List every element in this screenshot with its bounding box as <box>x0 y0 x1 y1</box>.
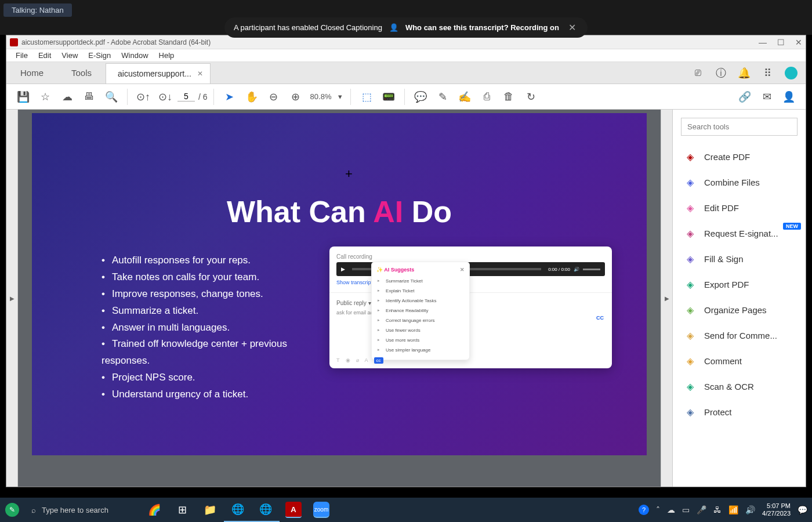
tray-help-icon[interactable]: ? <box>639 505 649 515</box>
apps-icon[interactable]: ⠿ <box>762 67 773 79</box>
page-current-input[interactable] <box>177 92 195 102</box>
tool-item-organize-pages[interactable]: ◈Organize Pages <box>673 297 806 322</box>
tab-home[interactable]: Home <box>6 62 57 84</box>
left-rail-toggle[interactable]: ▶ <box>6 110 18 487</box>
slide-page: + What Can AI Do Autofill responses for … <box>32 113 647 455</box>
chevron-right-icon: ▶ <box>665 295 669 302</box>
tab-document-label: aicustomersupport... <box>118 69 191 78</box>
tray-date: 4/27/2023 <box>762 510 791 517</box>
tab-close-icon[interactable]: ✕ <box>197 70 203 78</box>
taskbar-acrobat-icon[interactable]: A <box>285 502 302 518</box>
pen-icon: ✎ <box>5 503 19 517</box>
tab-tools[interactable]: Tools <box>57 62 106 84</box>
comment-bubble-icon[interactable]: 💬 <box>411 87 430 107</box>
mock-footer-icons: T◉⌀Acc <box>336 357 383 364</box>
tool-item-create-pdf[interactable]: ◈Create PDF <box>673 144 806 169</box>
page-down-icon[interactable]: ⊙↓ <box>155 87 175 107</box>
rotate-icon[interactable]: ↻ <box>521 87 541 107</box>
hand-tool-icon[interactable]: ✋ <box>242 87 262 107</box>
share-screen-icon[interactable]: ⎚ <box>692 67 704 79</box>
taskbar-cortana-icon[interactable]: 🌈 <box>140 498 168 522</box>
tab-document[interactable]: aicustomersupport... ✕ <box>106 63 211 84</box>
tool-item-edit-pdf[interactable]: ◈Edit PDF <box>673 195 806 220</box>
tool-icon: ◈ <box>684 380 696 392</box>
tool-item-request-e-signat-[interactable]: ◈Request E-signat...NEW <box>673 220 806 246</box>
taskbar: ✎ ⌕ Type here to search 🌈 ⊞ 📁 🌐 🌐 A zoom… <box>0 498 812 522</box>
tray-chevron-up-icon[interactable]: ˄ <box>656 505 660 514</box>
acrobat-window: aicustomersupportdeck.pdf - Adobe Acroba… <box>6 35 806 487</box>
maximize-button[interactable]: ☐ <box>777 38 785 47</box>
print-icon[interactable]: 🖶 <box>79 87 99 107</box>
tray-notifications-icon[interactable]: 💬 <box>798 505 807 514</box>
tray-battery-icon[interactable]: ▭ <box>682 505 690 514</box>
document-canvas[interactable]: + What Can AI Do Autofill responses for … <box>18 110 661 487</box>
tray-onedrive-icon[interactable]: ☁ <box>667 505 675 514</box>
taskbar-taskview-icon[interactable]: ⊞ <box>168 498 196 522</box>
search-tools-input[interactable] <box>681 118 798 136</box>
tray-clock[interactable]: 5:07 PM 4/27/2023 <box>762 502 791 517</box>
tool-item-comment[interactable]: ◈Comment <box>673 348 806 374</box>
zoom-top-bar: Talking: Nathan A participant has enable… <box>0 0 812 35</box>
zoom-out-icon[interactable]: ⊖ <box>264 87 284 107</box>
tool-item-fill-sign[interactable]: ◈Fill & Sign <box>673 246 806 271</box>
avatar[interactable] <box>785 67 798 79</box>
sign-icon[interactable]: ✍ <box>455 87 474 107</box>
cc-transcript-link[interactable]: Who can see this transcript? Recording o… <box>405 23 559 32</box>
zoom-in-icon[interactable]: ⊕ <box>286 87 306 107</box>
close-button[interactable]: ✕ <box>795 38 802 47</box>
save-icon[interactable]: 💾 <box>13 87 33 107</box>
read-mode-icon[interactable]: 📟 <box>379 87 398 107</box>
menu-help[interactable]: Help <box>159 51 175 60</box>
menu-file[interactable]: File <box>16 51 28 60</box>
link-icon[interactable]: 🔗 <box>735 87 755 107</box>
workarea: ▶ + What Can AI Do Autofill responses fo… <box>6 110 806 487</box>
tool-icon: ◈ <box>684 202 696 213</box>
page-up-icon[interactable]: ⊙↑ <box>133 87 153 107</box>
start-button[interactable]: ✎ <box>0 498 24 522</box>
taskbar-zoom-icon[interactable]: zoom <box>313 502 329 518</box>
search-icon[interactable]: 🔍 <box>102 87 121 107</box>
taskbar-chrome2-icon[interactable]: 🌐 <box>252 498 280 522</box>
tool-label: Send for Comme... <box>704 331 777 340</box>
tool-icon: ◈ <box>684 253 696 264</box>
selection-tool-icon[interactable]: ➤ <box>220 87 240 107</box>
zoom-dropdown-icon[interactable]: ▾ <box>338 92 342 101</box>
suggest-header: AI Suggests <box>384 267 414 273</box>
menu-esign[interactable]: E-Sign <box>88 51 111 60</box>
profile-icon[interactable]: 👤 <box>779 87 799 107</box>
stamp-icon[interactable]: ⎙ <box>477 87 496 107</box>
menu-window[interactable]: Window <box>121 51 148 60</box>
taskbar-explorer-icon[interactable]: 📁 <box>196 498 224 522</box>
tray-wifi-icon[interactable]: 📶 <box>728 505 738 514</box>
tool-item-export-pdf[interactable]: ◈Export PDF <box>673 271 806 297</box>
email-icon[interactable]: ✉ <box>757 87 777 107</box>
trash-icon[interactable]: 🗑 <box>499 87 519 107</box>
tray-network-icon[interactable]: 🖧 <box>713 505 722 514</box>
tool-item-send-for-comme-[interactable]: ◈Send for Comme... <box>673 322 806 348</box>
fit-width-icon[interactable]: ⬚ <box>357 87 376 107</box>
cc-close-button[interactable]: ✕ <box>566 22 578 33</box>
bell-icon[interactable]: 🔔 <box>738 67 750 79</box>
bullet-list: Autofill responses for your reps. Take n… <box>102 252 318 403</box>
star-icon[interactable]: ☆ <box>35 87 55 107</box>
search-icon: ⌕ <box>31 506 36 514</box>
highlight-icon[interactable]: ✎ <box>433 87 452 107</box>
new-badge: NEW <box>783 223 801 230</box>
tray-mic-icon[interactable]: 🎤 <box>697 505 706 514</box>
tray-volume-icon[interactable]: 🔊 <box>745 505 755 514</box>
zoom-value[interactable]: 80.8% <box>310 92 332 101</box>
mock-call-label: Call recording <box>336 253 605 260</box>
tool-item-scan-ocr[interactable]: ◈Scan & OCR <box>673 374 806 399</box>
tool-icon: ◈ <box>684 176 696 188</box>
help-icon[interactable]: ⓘ <box>715 67 727 79</box>
right-rail-toggle[interactable]: ▶ <box>661 110 672 487</box>
minimize-button[interactable]: — <box>759 38 767 47</box>
taskbar-chrome-icon[interactable]: 🌐 <box>224 498 252 522</box>
tool-item-combine-files[interactable]: ◈Combine Files <box>673 169 806 195</box>
menu-view[interactable]: View <box>61 51 78 60</box>
tool-item-protect[interactable]: ◈Protect <box>673 399 806 425</box>
taskbar-search[interactable]: ⌕ Type here to search <box>24 498 140 522</box>
menu-edit[interactable]: Edit <box>38 51 51 60</box>
cloud-upload-icon[interactable]: ☁ <box>57 87 77 107</box>
suggest-item: Identify Actionable Tasks <box>376 296 465 306</box>
